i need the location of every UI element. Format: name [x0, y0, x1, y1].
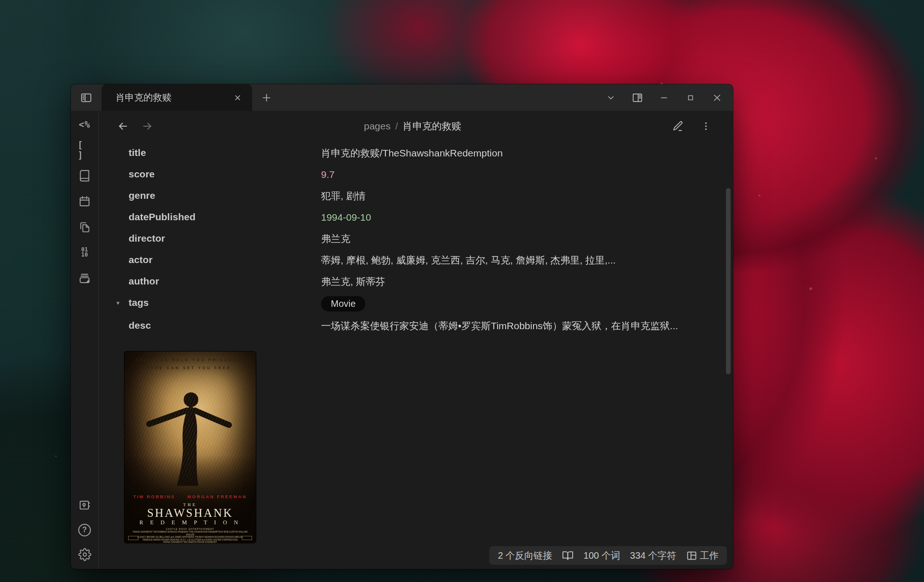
calendar-icon[interactable] — [78, 194, 92, 208]
attr-label-desc[interactable]: desc — [129, 320, 151, 331]
attr-label-actor[interactable]: actor — [129, 254, 152, 265]
collapse-triangle-icon[interactable]: ▾ — [116, 299, 120, 306]
copy-pages-icon[interactable] — [78, 220, 92, 234]
vertical-scrollbar-thumb[interactable] — [726, 188, 731, 374]
status-bar: 2 个反向链接 100 个词 334 个字符 工作 — [489, 546, 727, 565]
poster-tagline-1: FEAR CAN HOLD YOU PRISONER. — [124, 358, 256, 362]
attr-value-score[interactable]: 9.7 — [321, 164, 712, 185]
app-window: 肖申克的救赎 — [71, 84, 733, 569]
maximize-button[interactable] — [677, 84, 704, 111]
attr-label-genre[interactable]: genre — [129, 190, 155, 201]
tab-document[interactable]: 肖申克的救赎 — [102, 84, 252, 111]
poster-title-sub: R E D E M P T I O N — [124, 519, 256, 526]
attr-value-title[interactable]: 肖申克的救赎/TheShawshankRedemption — [321, 142, 712, 164]
movie-poster-image[interactable]: FEAR CAN HOLD YOU PRISONER. HOPE CAN SET… — [124, 352, 256, 543]
backlinks-count[interactable]: 2 个反向链接 — [498, 549, 552, 562]
poster-tagline-2: HOPE CAN SET YOU FREE. — [124, 365, 256, 370]
breadcrumb-current[interactable]: 肖申克的救赎 — [403, 120, 461, 133]
workspace-switcher[interactable]: 工作 — [686, 549, 719, 562]
attr-value-director[interactable]: 弗兰克 — [321, 228, 712, 250]
workspace-name: 工作 — [700, 549, 719, 562]
table-row: title 肖申克的救赎/TheShawshankRedemption — [99, 142, 733, 164]
breadcrumb: pages / 肖申克的救赎 — [156, 120, 670, 133]
poster-title-main: SHAWSHANK — [124, 507, 256, 520]
table-row: datePublished 1994-09-10 — [99, 207, 733, 228]
breadcrumb-separator: / — [395, 121, 398, 132]
template-icon[interactable]: <% — [78, 117, 92, 131]
table-row: director 弗兰克 — [99, 228, 733, 250]
poster-studio-line: CASTLE ROCK ENTERTAINMENT — [124, 528, 256, 530]
toggle-right-panel-icon[interactable] — [624, 84, 650, 111]
workspace-layout-icon — [686, 550, 698, 562]
minimize-button[interactable] — [650, 84, 677, 111]
table-row: desc 一场谋杀案使银行家安迪（蒂姆•罗宾斯TimRobbins饰）蒙冤入狱，… — [99, 315, 733, 337]
data-vault-icon[interactable] — [78, 498, 92, 512]
titlebar-drag-area — [281, 84, 597, 111]
nav-back-icon[interactable] — [115, 118, 131, 135]
attr-value-actor[interactable]: 蒂姆, 摩根, 鲍勃, 威廉姆, 克兰西, 吉尔, 马克, 詹姆斯, 杰弗里, … — [321, 250, 712, 271]
settings-gear-icon[interactable] — [78, 548, 92, 562]
word-count: 100 个词 — [583, 549, 620, 562]
binary-icon[interactable]: 01 10 — [78, 245, 92, 259]
new-tab-button[interactable] — [252, 84, 281, 111]
attr-value-author[interactable]: 弗兰克, 斯蒂芬 — [321, 271, 712, 292]
table-row: genre 犯罪, 剧情 — [99, 185, 733, 207]
help-icon[interactable]: ? — [78, 523, 92, 537]
poster-block: FEAR CAN HOLD YOU PRISONER. HOPE CAN SET… — [124, 352, 733, 543]
attr-label-datepublished[interactable]: datePublished — [129, 211, 196, 222]
attr-label-title[interactable]: title — [129, 147, 146, 158]
attribute-table: title 肖申克的救赎/TheShawshankRedemption scor… — [99, 142, 733, 337]
attr-label-tags[interactable]: tags — [129, 297, 149, 308]
attr-label-director[interactable]: director — [129, 233, 165, 244]
attr-label-author[interactable]: author — [129, 276, 159, 286]
tab-close-icon[interactable] — [230, 90, 246, 106]
poster-logo-left — [128, 536, 138, 540]
edit-pen-icon[interactable] — [670, 118, 686, 135]
tab-title: 肖申克的救赎 — [116, 91, 230, 104]
attr-value-desc[interactable]: 一场谋杀案使银行家安迪（蒂姆•罗宾斯TimRobbins饰）蒙冤入狱，在肖申克监… — [321, 315, 712, 337]
table-row: author 弗兰克, 斯蒂芬 — [99, 271, 733, 292]
poster-actor-right: MORGAN FREEMAN — [187, 494, 247, 499]
tag-pill-movie[interactable]: Movie — [321, 296, 365, 311]
table-row: score 9.7 — [99, 164, 733, 185]
toggle-dock-icon[interactable] — [71, 84, 102, 111]
brackets-icon[interactable]: [ ] — [78, 143, 92, 157]
character-count: 334 个字符 — [630, 549, 676, 562]
attr-label-score[interactable]: score — [129, 169, 155, 179]
breadcrumb-parent[interactable]: pages — [364, 121, 390, 132]
attr-value-datepublished[interactable]: 1994-09-10 — [321, 207, 712, 228]
close-window-button[interactable] — [704, 84, 730, 111]
more-options-kebab-icon[interactable] — [698, 118, 714, 135]
window-controls — [597, 84, 733, 111]
breadcrumb-bar: pages / 肖申克的救赎 — [99, 111, 733, 142]
title-bar: 肖申克的救赎 — [71, 84, 733, 111]
chevron-down-icon[interactable] — [597, 84, 624, 111]
table-row: ▾ tags Movie — [99, 292, 733, 315]
left-dock: <% [ ] — [71, 111, 99, 569]
attr-value-genre[interactable]: 犯罪, 剧情 — [321, 185, 712, 207]
poster-actor-left: TIM ROBBINS — [133, 494, 175, 499]
poster-credits: FRANK DARABONT TIM ROBBINS MORGAN FREEMA… — [124, 531, 256, 543]
poster-logo-right — [242, 536, 252, 540]
nav-forward-icon[interactable] — [139, 118, 156, 135]
open-book-icon[interactable] — [562, 550, 574, 562]
table-row: actor 蒂姆, 摩根, 鲍勃, 威廉姆, 克兰西, 吉尔, 马克, 詹姆斯,… — [99, 250, 733, 271]
editor-pane: pages / 肖申克的救赎 — [99, 111, 733, 569]
book-icon[interactable] — [78, 169, 92, 183]
card-add-icon[interactable] — [78, 271, 92, 285]
